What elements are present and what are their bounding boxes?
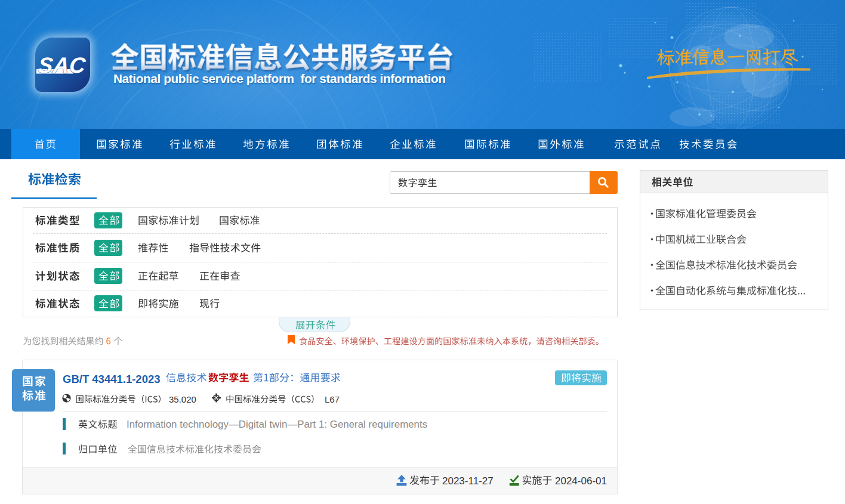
svg-text:SAC: SAC	[37, 53, 88, 78]
